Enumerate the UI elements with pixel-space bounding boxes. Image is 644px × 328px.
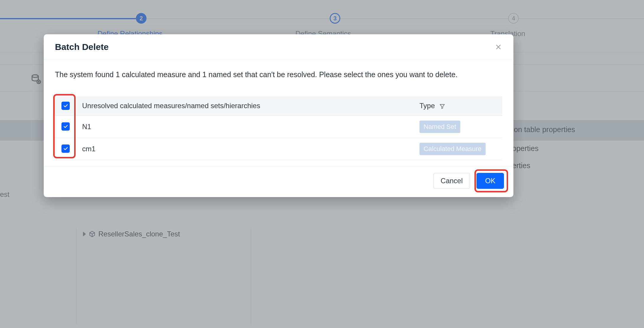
check-icon <box>63 103 68 108</box>
row-checkbox-cell <box>55 138 76 160</box>
select-all-checkbox[interactable] <box>61 102 70 110</box>
table-row[interactable]: N1 Named Set <box>55 116 502 138</box>
header-name: Unresolved calculated measures/named set… <box>76 96 414 116</box>
header-checkbox-cell <box>55 96 76 116</box>
table-container: Unresolved calculated measures/named set… <box>55 96 502 160</box>
close-button[interactable] <box>493 42 503 52</box>
header-type-label: Type <box>419 102 435 110</box>
dialog-body: The system found 1 calculated measure an… <box>44 59 513 166</box>
batch-delete-dialog: Batch Delete The system found 1 calculat… <box>44 34 513 197</box>
dialog-header: Batch Delete <box>44 34 513 59</box>
dialog-title: Batch Delete <box>55 42 109 52</box>
row-name: cm1 <box>76 138 414 160</box>
type-pill: Named Set <box>419 121 460 133</box>
table-header-row: Unresolved calculated measures/named set… <box>55 96 502 116</box>
row-checkbox-cell <box>55 116 76 138</box>
ok-button[interactable]: OK <box>477 173 504 189</box>
check-icon <box>63 124 68 129</box>
row-checkbox[interactable] <box>61 144 70 153</box>
cancel-button[interactable]: Cancel <box>433 173 470 189</box>
row-name: N1 <box>76 116 414 138</box>
row-type-cell: Named Set <box>414 116 502 138</box>
type-pill: Calculated Measure <box>419 143 486 155</box>
row-type-cell: Calculated Measure <box>414 138 502 160</box>
row-checkbox[interactable] <box>61 122 70 131</box>
dialog-intro-text: The system found 1 calculated measure an… <box>55 68 502 81</box>
table-row[interactable]: cm1 Calculated Measure <box>55 138 502 160</box>
dialog-footer: Cancel OK <box>44 166 513 197</box>
filter-icon[interactable] <box>439 103 445 109</box>
header-type[interactable]: Type <box>414 96 502 116</box>
close-icon <box>495 44 502 50</box>
check-icon <box>63 146 68 151</box>
unresolved-items-table: Unresolved calculated measures/named set… <box>55 96 502 160</box>
